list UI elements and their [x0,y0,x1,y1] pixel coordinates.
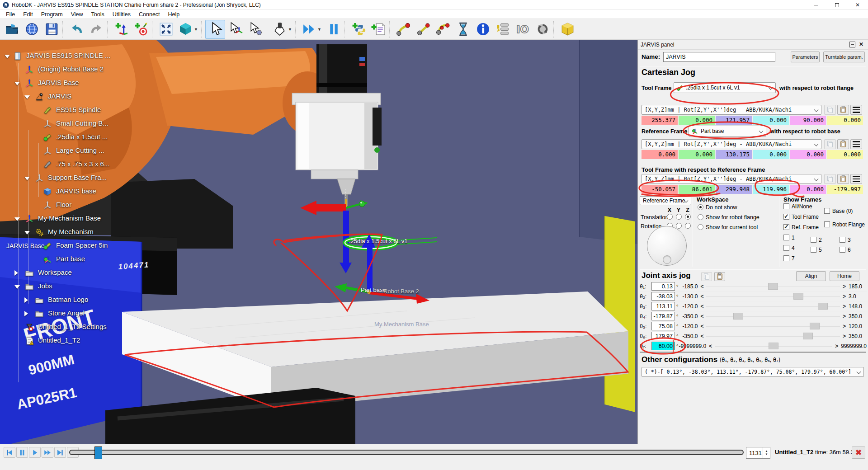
joint-slider-handle[interactable] [803,333,813,339]
panel-close-icon[interactable]: ✕ [859,41,863,47]
jog-increment-button[interactable]: > [843,283,846,290]
menu-tools[interactable]: Tools [87,10,108,19]
joint-slider-handle[interactable] [810,323,820,329]
joint-value-input-2[interactable] [651,292,675,301]
trans-x-radio[interactable] [667,214,673,220]
select-cursor-button[interactable] [205,20,225,39]
simulation-slider[interactable] [69,450,744,455]
jog-knob[interactable] [647,226,687,266]
tool-frame-dropdown[interactable]: .25dia x 1.5cut x 6L v1 [674,82,776,93]
fast-forward-button[interactable] [42,447,53,458]
show-frame-all-none[interactable]: All/None [783,203,812,210]
skip-end-button[interactable] [54,447,66,458]
joint-slider-7[interactable] [715,342,832,350]
joint-value-input-4[interactable] [651,312,675,320]
show-frame-tool-frame[interactable]: Tool Frame [783,214,819,220]
show-frame-3[interactable]: 3 [840,237,851,243]
menu-view[interactable]: View [67,10,87,19]
collapse-arrow-icon[interactable] [24,95,30,99]
show-frame-1[interactable]: 1 [783,235,795,241]
redo-button[interactable] [86,20,106,39]
move-joint-instruction-button[interactable] [393,20,413,39]
menu-connect[interactable]: Connect [135,10,164,19]
jog-decrement-button[interactable]: < [700,333,703,339]
workspace-option-2[interactable]: Show for current tool [698,224,758,230]
trans-z-radio[interactable] [685,214,691,220]
isometric-view-button[interactable]: ▼ [176,20,200,39]
turntable-param-button[interactable]: Turntable param. [823,52,865,62]
show-frame-7[interactable]: 7 [783,255,795,262]
save-station-button[interactable] [42,20,61,39]
undo-button[interactable] [66,20,86,39]
pause-simulation-button[interactable] [324,20,344,39]
rot-z-radio[interactable] [685,223,691,229]
show-frame-5[interactable]: 5 [811,247,822,253]
jog-decrement-button[interactable]: < [700,283,703,290]
add-target-button[interactable] [131,20,151,39]
pause-button[interactable] [16,447,28,458]
joint-slider-handle[interactable] [818,303,828,310]
joint-slider-1[interactable] [706,282,840,291]
add-python-script-button[interactable] [349,20,368,39]
joint-slider-handle[interactable] [793,293,803,300]
show-frame-robot-flange[interactable]: Robot Flange [824,221,865,228]
joint-slider-6[interactable] [706,332,840,340]
3d-viewport[interactable]: FRONT 900MM AP025R1 104471 .25dia x 1.5c… [0,40,637,444]
show-frame-2[interactable]: 2 [811,237,822,243]
jog-increment-button[interactable]: > [843,333,846,339]
copy-joints-button[interactable] [701,272,712,281]
jog-increment-button[interactable]: > [843,313,846,320]
collapse-arrow-icon[interactable] [14,285,20,289]
expand-arrow-icon[interactable] [24,297,28,303]
home-button[interactable]: Home [830,271,859,281]
joint-value-input-5[interactable] [651,322,675,330]
jog-mode-dropdown[interactable]: Reference Frame [640,196,691,205]
jog-increment-button[interactable]: > [843,303,846,310]
jog-decrement-button[interactable]: < [700,293,703,300]
collapse-arrow-icon[interactable] [5,55,10,58]
menu-utilities[interactable]: Utilities [108,10,135,19]
program-instructions-button[interactable] [493,20,513,39]
collapse-arrow-icon[interactable] [14,82,20,85]
paste-pose-button-3[interactable] [837,174,849,184]
expand-arrow-icon[interactable] [24,311,28,316]
joint-slider-handle[interactable] [769,343,778,349]
panel-float-icon[interactable] [849,42,855,47]
panel-title-bar[interactable]: JARVIS panel [638,40,868,50]
paste-pose-button-1[interactable] [837,105,849,115]
copy-pose-button-3[interactable] [824,174,836,184]
pose-menu-button-2[interactable] [850,139,862,149]
joint-value-input-7[interactable] [651,342,675,350]
coord-format-dropdown-3[interactable]: [X,Y,Z]mm | Rot[Z,Y',X'']deg - ABB/KUKA/… [642,174,821,184]
open-online-library-button[interactable] [22,20,42,39]
copy-pose-button-1[interactable] [824,105,836,115]
workspace-option-1[interactable]: Show for robot flange [698,214,760,221]
collapse-arrow-icon[interactable] [24,177,30,180]
joint-slider-4[interactable] [706,312,840,320]
joint-slider-2[interactable] [706,292,840,301]
jog-increment-button[interactable]: > [843,293,846,300]
set-io-instruction-button[interactable]: IO [513,20,533,39]
menu-program[interactable]: Program [37,10,67,19]
move-linear-instruction-button[interactable] [413,20,433,39]
coord-format-dropdown-1[interactable]: [X,Y,Z]mm | Rot[Z,Y',X'']deg - ABB/KUKA/… [642,105,821,115]
jog-decrement-button[interactable]: < [709,343,712,349]
simulation-slider-handle[interactable] [94,446,102,459]
skip-start-button[interactable] [4,447,15,458]
menu-help[interactable]: Help [164,10,184,19]
jog-increment-button[interactable]: > [843,323,846,329]
add-program-button[interactable] [368,20,388,39]
jog-decrement-button[interactable]: < [700,323,703,329]
paste-pose-button-2[interactable] [837,139,849,149]
other-config-dropdown[interactable]: ( *)-[ 0.13°, -38.03°, 113.11°, -179.87°… [642,367,864,377]
joint-slider-5[interactable] [706,322,840,330]
copy-pose-button-2[interactable] [824,139,836,149]
run-simulation-button[interactable]: ▼ [299,20,324,39]
pose-menu-button-3[interactable] [850,174,862,184]
joint-value-input-6[interactable] [651,332,675,340]
spinner-arrows-icon[interactable]: ▲▼ [763,447,770,458]
play-button[interactable] [29,447,41,458]
joint-slider-handle[interactable] [733,313,743,320]
expand-arrow-icon[interactable] [14,270,18,276]
joint-slider-handle[interactable] [768,283,778,290]
